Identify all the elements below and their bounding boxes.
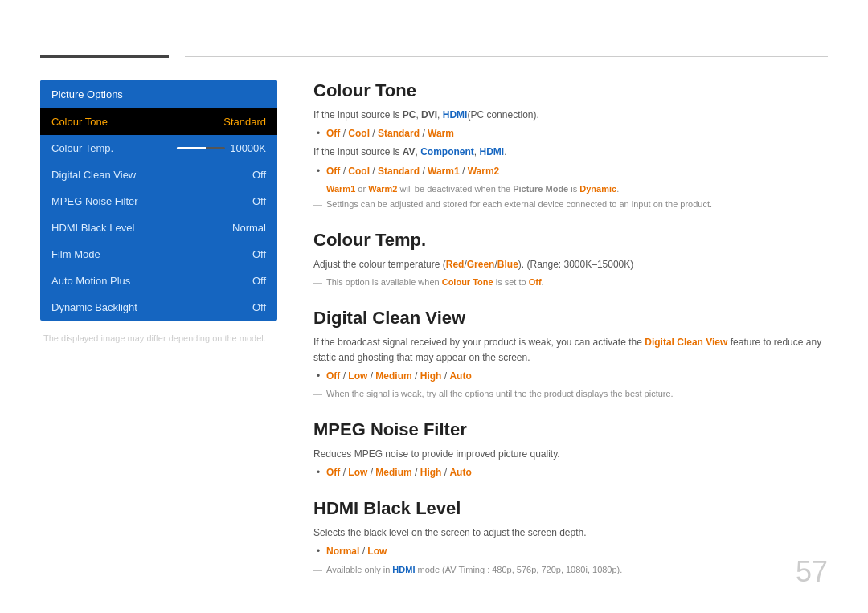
colour-tone-p2: If the input source is AV, Component, HD… <box>313 145 828 160</box>
colour-temp-p1: Adjust the colour temperature (Red/Green… <box>313 257 828 272</box>
right-content: Colour Tone If the input source is PC, D… <box>313 80 828 595</box>
menu-item-film-mode-value: Off <box>252 248 266 260</box>
menu-item-film-mode-label: Film Mode <box>51 248 100 260</box>
menu-item-dynamic-backlight-value: Off <box>252 301 266 313</box>
hdmi-black-level-note: Available only in HDMI mode (AV Timing :… <box>313 563 828 578</box>
colour-temp-title: Colour Temp. <box>313 230 828 251</box>
mpeg-noise-filter-p1: Reduces MPEG noise to provide improved p… <box>313 447 828 462</box>
colour-temp-bar <box>177 147 225 149</box>
digital-clean-view-note: When the signal is weak, try all the opt… <box>313 387 828 402</box>
mpeg-noise-filter-body: Reduces MPEG noise to provide improved p… <box>313 447 828 480</box>
mpeg-noise-filter-list-item: Off / Low / Medium / High / Auto <box>313 465 828 480</box>
left-panel: Picture Options Colour Tone Standard Col… <box>40 80 277 343</box>
picture-options-title: Picture Options <box>40 80 277 108</box>
colour-temp-note: This option is available when Colour Ton… <box>313 276 828 290</box>
hdmi-black-level-list: Normal / Low <box>313 544 828 559</box>
menu-item-mpeg-noise-filter[interactable]: MPEG Noise Filter Off <box>40 188 277 215</box>
menu-item-auto-motion-plus-value: Off <box>252 275 266 287</box>
menu-item-digital-clean-view-label: Digital Clean View <box>51 169 136 181</box>
menu-item-digital-clean-view-value: Off <box>252 169 266 181</box>
mpeg-noise-filter-title: MPEG Noise Filter <box>313 419 828 440</box>
menu-item-hdmi-black-level-label: HDMI Black Level <box>51 222 134 234</box>
left-panel-note: The displayed image may differ depending… <box>40 333 277 343</box>
digital-clean-view-body: If the broadcast signal received by your… <box>313 335 828 402</box>
menu-item-dynamic-backlight[interactable]: Dynamic Backlight Off <box>40 294 277 321</box>
menu-item-colour-tone[interactable]: Colour Tone Standard <box>40 108 277 135</box>
mpeg-noise-filter-list: Off / Low / Medium / High / Auto <box>313 465 828 480</box>
menu-item-auto-motion-plus[interactable]: Auto Motion Plus Off <box>40 268 277 294</box>
menu-item-dynamic-backlight-label: Dynamic Backlight <box>51 301 137 313</box>
hdmi-black-level-title: HDMI Black Level <box>313 498 828 519</box>
digital-clean-view-title: Digital Clean View <box>313 308 828 329</box>
section-mpeg-noise-filter: MPEG Noise Filter Reduces MPEG noise to … <box>313 419 828 480</box>
top-bar-line <box>185 56 828 57</box>
menu-item-auto-motion-plus-label: Auto Motion Plus <box>51 275 130 287</box>
colour-tone-note1: Warm1 or Warm2 will be deactivated when … <box>313 182 828 197</box>
menu-item-mpeg-noise-filter-label: MPEG Noise Filter <box>51 195 138 207</box>
colour-tone-body: If the input source is PC, DVI, HDMI(PC … <box>313 108 828 212</box>
menu-item-hdmi-black-level-value: Normal <box>232 222 266 234</box>
digital-clean-view-list: Off / Low / Medium / High / Auto <box>313 369 828 384</box>
colour-tone-title: Colour Tone <box>313 80 828 101</box>
colour-tone-list1: Off / Cool / Standard / Warm <box>313 126 828 141</box>
menu-item-colour-tone-label: Colour Tone <box>51 116 108 128</box>
menu-item-colour-tone-value: Standard <box>223 116 266 128</box>
menu-item-hdmi-black-level[interactable]: HDMI Black Level Normal <box>40 215 277 241</box>
colour-tone-note2: Settings can be adjusted and stored for … <box>313 198 828 212</box>
page-number: 57 <box>796 555 828 589</box>
colour-tone-list1-item: Off / Cool / Standard / Warm <box>313 126 828 141</box>
colour-temp-bar-container: 10000K <box>177 142 266 154</box>
hdmi-black-level-list-item: Normal / Low <box>313 544 828 559</box>
digital-clean-view-p1: If the broadcast signal received by your… <box>313 335 828 366</box>
menu-item-colour-temp-label: Colour Temp. <box>51 142 113 154</box>
hdmi-black-level-p1: Selects the black level on the screen to… <box>313 525 828 541</box>
menu-item-film-mode[interactable]: Film Mode Off <box>40 241 277 268</box>
colour-temp-body: Adjust the colour temperature (Red/Green… <box>313 257 828 290</box>
menu-item-mpeg-noise-filter-value: Off <box>252 195 266 207</box>
menu-item-colour-temp-value: 10000K <box>230 142 266 154</box>
colour-tone-list2-item: Off / Cool / Standard / Warm1 / Warm2 <box>313 164 828 179</box>
top-bar <box>40 55 828 58</box>
section-colour-temp: Colour Temp. Adjust the colour temperatu… <box>313 230 828 290</box>
section-digital-clean-view: Digital Clean View If the broadcast sign… <box>313 308 828 402</box>
colour-temp-bar-fill <box>177 147 203 149</box>
menu-item-colour-temp[interactable]: Colour Temp. 10000K <box>40 135 277 161</box>
colour-tone-list2: Off / Cool / Standard / Warm1 / Warm2 <box>313 164 828 179</box>
digital-clean-view-list-item: Off / Low / Medium / High / Auto <box>313 369 828 384</box>
colour-tone-p1: If the input source is PC, DVI, HDMI(PC … <box>313 108 828 123</box>
menu-item-digital-clean-view[interactable]: Digital Clean View Off <box>40 161 277 188</box>
top-bar-accent <box>40 55 169 58</box>
picture-options-box: Picture Options Colour Tone Standard Col… <box>40 80 277 321</box>
section-colour-tone: Colour Tone If the input source is PC, D… <box>313 80 828 212</box>
section-hdmi-black-level: HDMI Black Level Selects the black level… <box>313 498 828 577</box>
hdmi-black-level-body: Selects the black level on the screen to… <box>313 525 828 577</box>
